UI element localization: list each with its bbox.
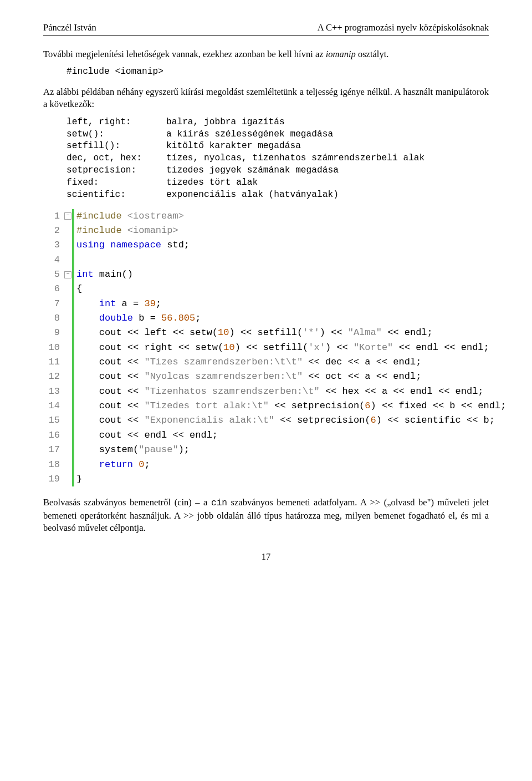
text: Az alábbi példában néhány egyszerű kiírá… bbox=[43, 87, 489, 109]
list-item: setw():a kiírás szélességének megadása bbox=[66, 129, 489, 141]
code-content: cout << "Tizes szamrendszerben:\t\t" << … bbox=[76, 355, 421, 369]
code-content: cout << endl << endl; bbox=[76, 428, 218, 443]
change-bar bbox=[72, 399, 74, 413]
code-content: #include <iomanip> bbox=[76, 224, 178, 238]
list-item: scientific:exponenciális alak (hatványal… bbox=[66, 189, 489, 201]
code-content: system("pause"); bbox=[76, 443, 190, 457]
value: tízes, nyolcas, tizenhatos számrendszerb… bbox=[166, 153, 424, 165]
line-number: 11 bbox=[43, 355, 64, 369]
fold-toggle-icon[interactable]: − bbox=[64, 271, 71, 278]
editor-line: 5−int main() bbox=[43, 267, 489, 282]
line-number: 9 bbox=[43, 326, 64, 340]
list-item: left, right:balra, jobbra igazítás bbox=[66, 116, 489, 129]
change-bar bbox=[72, 413, 74, 428]
gutter bbox=[64, 311, 76, 326]
editor-line: 7 int a = 39; bbox=[43, 297, 489, 311]
text: Beolvasás szabványos bemenetről (cin) – … bbox=[43, 497, 211, 508]
change-bar bbox=[72, 297, 74, 311]
code-content: return 0; bbox=[76, 458, 150, 472]
key: left, right: bbox=[66, 116, 166, 129]
gutter bbox=[64, 355, 76, 369]
gutter: − bbox=[64, 267, 76, 282]
paragraph-manip-intro: Az alábbi példában néhány egyszerű kiírá… bbox=[43, 86, 489, 111]
line-number: 14 bbox=[43, 399, 64, 413]
editor-line: 14 cout << "Tizedes tort alak:\t" << set… bbox=[43, 399, 489, 413]
editor-line: 1−#include <iostream> bbox=[43, 209, 489, 224]
code-content: { bbox=[76, 282, 82, 296]
line-number: 16 bbox=[43, 428, 64, 443]
gutter bbox=[64, 238, 76, 252]
code-content: using namespace std; bbox=[76, 238, 190, 252]
line-number: 6 bbox=[43, 282, 64, 296]
header-author: Pánczél István bbox=[43, 22, 96, 33]
code-content: cout << right << setw(10) << setfill('x'… bbox=[76, 341, 489, 355]
list-item: setfill():kitöltő karakter megadása bbox=[66, 140, 489, 153]
editor-line: 10 cout << right << setw(10) << setfill(… bbox=[43, 341, 489, 355]
line-number: 4 bbox=[43, 253, 64, 267]
key: setw(): bbox=[66, 129, 166, 141]
gutter bbox=[64, 282, 76, 296]
editor-line: 16 cout << endl << endl; bbox=[43, 428, 489, 443]
code-content: int a = 39; bbox=[76, 297, 161, 311]
key: setfill(): bbox=[66, 140, 166, 153]
change-bar bbox=[72, 341, 74, 355]
key: fixed: bbox=[66, 177, 166, 189]
change-bar bbox=[72, 384, 74, 399]
list-item: dec, oct, hex:tízes, nyolcas, tizenhatos… bbox=[66, 153, 489, 165]
change-bar bbox=[72, 428, 74, 443]
gutter: − bbox=[64, 209, 76, 224]
line-number: 1 bbox=[43, 209, 64, 224]
gutter bbox=[64, 224, 76, 238]
page-number: 17 bbox=[43, 551, 489, 562]
gutter bbox=[64, 341, 76, 355]
key: scientific: bbox=[66, 189, 166, 201]
fold-toggle-icon[interactable]: − bbox=[64, 212, 71, 220]
editor-line: 2#include <iomanip> bbox=[43, 224, 489, 238]
line-number: 18 bbox=[43, 458, 64, 472]
key: dec, oct, hex: bbox=[66, 153, 166, 165]
line-number: 19 bbox=[43, 472, 64, 486]
line-number: 7 bbox=[43, 297, 64, 311]
code-content: #include <iostream> bbox=[76, 209, 184, 224]
change-bar bbox=[72, 355, 74, 369]
change-bar bbox=[72, 326, 74, 340]
change-bar bbox=[72, 311, 74, 326]
value: kitöltő karakter megadása bbox=[166, 140, 301, 153]
list-item: setprecision:tizedes jegyek számának meg… bbox=[66, 165, 489, 177]
header-rule bbox=[43, 36, 489, 36]
editor-line: 4 bbox=[43, 253, 489, 267]
gutter bbox=[64, 384, 76, 399]
line-number: 13 bbox=[43, 384, 64, 399]
italic-text: iomanip bbox=[326, 49, 356, 59]
change-bar bbox=[72, 458, 74, 472]
text: További megjelenítési lehetőségek vannak… bbox=[43, 49, 326, 59]
gutter bbox=[64, 253, 76, 267]
editor-line: 15 cout << "Exponencialis alak:\t" << se… bbox=[43, 413, 489, 428]
change-bar bbox=[72, 443, 74, 457]
editor-line: 8 double b = 56.805; bbox=[43, 311, 489, 326]
value: tizedes tört alak bbox=[166, 177, 258, 189]
editor-line: 6{ bbox=[43, 282, 489, 296]
code-content: cout << left << setw(10) << setfill('*')… bbox=[76, 326, 433, 340]
value: exponenciális alak (hatványalak) bbox=[166, 189, 339, 201]
line-number: 15 bbox=[43, 413, 64, 428]
text: osztályt. bbox=[356, 49, 389, 59]
line-number: 12 bbox=[43, 369, 64, 384]
page-header: Pánczél István A C++ programozási nyelv … bbox=[43, 22, 489, 33]
line-number: 3 bbox=[43, 238, 64, 252]
key: setprecision: bbox=[66, 165, 166, 177]
code-content: cout << "Tizenhatos szamrendszerben:\t" … bbox=[76, 384, 484, 399]
editor-line: 11 cout << "Tizes szamrendszerben:\t\t" … bbox=[43, 355, 489, 369]
code-content: } bbox=[76, 472, 82, 486]
change-bar bbox=[72, 369, 74, 384]
gutter bbox=[64, 326, 76, 340]
change-bar bbox=[72, 282, 74, 296]
code-text: #include <iomanip> bbox=[66, 67, 163, 77]
line-number: 17 bbox=[43, 443, 64, 457]
list-item: fixed:tizedes tört alak bbox=[66, 177, 489, 189]
gutter bbox=[64, 413, 76, 428]
code-content: cout << "Nyolcas szamrendszerben:\t" << … bbox=[76, 369, 421, 384]
gutter bbox=[64, 443, 76, 457]
editor-line: 3using namespace std; bbox=[43, 238, 489, 252]
paragraph-cin: Beolvasás szabványos bemenetről (cin) – … bbox=[43, 496, 489, 534]
